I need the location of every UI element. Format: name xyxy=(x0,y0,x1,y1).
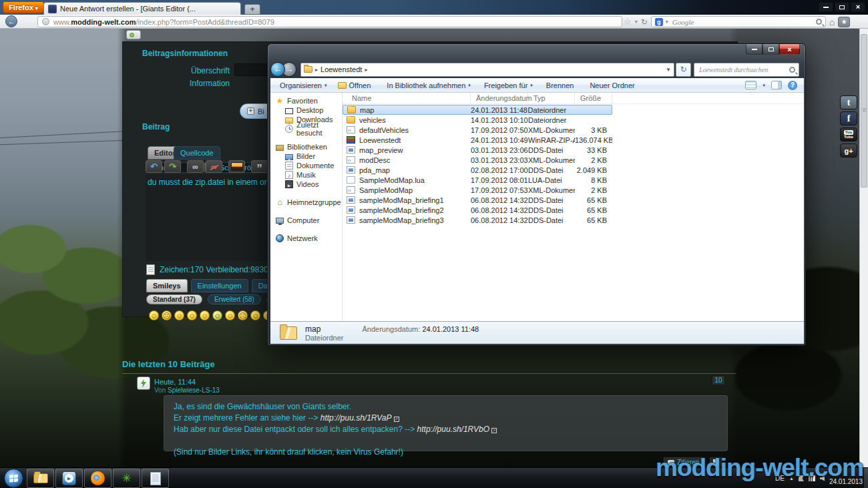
command-item[interactable]: Organisieren ▾ xyxy=(277,81,327,89)
command-item[interactable]: Freigeben für ▾ xyxy=(481,81,533,89)
sidebar-item[interactable]: Favoriten xyxy=(270,96,342,105)
link[interactable]: http://puu.sh/1RVbO xyxy=(417,425,490,434)
taskbar-firefox-button[interactable] xyxy=(84,469,112,488)
editor-toolbar-button[interactable] xyxy=(251,160,268,173)
avatar[interactable] xyxy=(137,377,150,390)
file-row[interactable]: vehicles 14.01.2013 10:10 Dateiordner xyxy=(343,115,612,125)
sidebar-item[interactable]: Computer xyxy=(270,216,342,225)
sidebar-item[interactable]: Musik xyxy=(270,170,342,180)
start-button[interactable] xyxy=(4,469,23,488)
file-row[interactable]: defaultVehicles 17.09.2012 07:50 XML-Dok… xyxy=(343,125,612,135)
editor-toolbar-button[interactable] xyxy=(206,160,222,173)
scrollbar-thumb[interactable] xyxy=(861,34,867,188)
command-item[interactable]: Öffnen xyxy=(338,81,374,89)
smiley-icon[interactable]: ☺ xyxy=(149,310,159,320)
file-row[interactable]: map_preview 03.01.2013 23:06 DDS-Datei 3… xyxy=(343,145,612,155)
sidebar-item[interactable]: Zuletzt besucht xyxy=(270,124,342,134)
breadcrumb[interactable]: ▸ Loewenstedt ▸ ▼ xyxy=(300,63,674,77)
sidebar-item[interactable]: Bilder xyxy=(270,152,342,161)
file-row[interactable]: sampleModMap_briefing3 06.08.2012 14:32 … xyxy=(343,215,612,225)
refresh-button[interactable]: ↻ xyxy=(676,63,691,77)
search-icon[interactable] xyxy=(816,19,822,25)
file-row[interactable]: sampleModMap_briefing2 06.08.2012 14:32 … xyxy=(343,205,612,215)
maximize-button[interactable] xyxy=(763,44,779,55)
chevron-down-icon[interactable]: ▾ xyxy=(666,19,668,25)
change-view-icon[interactable] xyxy=(745,81,756,89)
restore-button[interactable] xyxy=(835,2,849,12)
browser-tab[interactable]: Neue Antwort erstellen - [Giants Editor … xyxy=(43,2,241,15)
smiley-icon[interactable]: ☺ xyxy=(187,310,197,320)
file-row[interactable]: SampleModMap 17.09.2012 07:53 XML-Dokume… xyxy=(343,185,612,195)
column-header[interactable]: Größe xyxy=(575,93,612,103)
social-icon[interactable]: YouTube xyxy=(840,128,857,142)
bookmarks-button[interactable]: ★ xyxy=(838,17,850,27)
file-row[interactable]: sampleModMap_briefing1 06.08.2012 14:32 … xyxy=(343,195,612,205)
address-dropdown-icon[interactable]: ▼ xyxy=(666,67,671,73)
close-button[interactable]: × xyxy=(851,2,865,12)
sidebar-item[interactable]: Bibliotheken xyxy=(270,142,342,152)
file-row[interactable]: map 24.01.2013 11:48 Dateiordner xyxy=(343,105,612,115)
editor-toolbar-button[interactable] xyxy=(146,160,162,173)
smiley-icon[interactable]: ☹ xyxy=(238,310,248,320)
smiley-icon[interactable]: ☹ xyxy=(162,310,172,320)
tab-quellcode[interactable]: Quellcode xyxy=(174,146,220,160)
preview-pane-icon[interactable] xyxy=(771,81,782,89)
panel-tab[interactable]: Einstellungen xyxy=(191,279,248,292)
smiley-icon[interactable]: ☺ xyxy=(212,310,222,320)
social-icon[interactable]: t xyxy=(840,95,857,109)
author-link[interactable]: Spielwiese-LS-13 xyxy=(168,387,220,394)
reload-icon[interactable]: ↻ xyxy=(641,17,648,27)
column-header[interactable]: Name xyxy=(343,93,471,103)
editor-toolbar-button[interactable] xyxy=(164,160,181,173)
taskbar-mediaplayer-button[interactable] xyxy=(55,469,83,488)
smiley-icon[interactable]: ☺ xyxy=(200,310,210,320)
breadcrumb-folder[interactable]: Loewenstedt xyxy=(320,65,362,73)
minimize-button[interactable] xyxy=(819,2,833,12)
close-button[interactable]: × xyxy=(779,44,800,55)
sidebar-item[interactable]: Heimnetzgruppe xyxy=(270,198,342,207)
editor-toolbar-button[interactable] xyxy=(187,160,204,173)
chevron-down-icon[interactable]: ▾ xyxy=(763,83,765,88)
column-header[interactable]: Änderungsdatum xyxy=(471,93,528,103)
sidebar-item[interactable]: Dokumente xyxy=(270,161,342,170)
smiley-category[interactable]: Standard (37) xyxy=(146,294,202,304)
back-button[interactable]: ← xyxy=(5,15,17,27)
command-item[interactable]: Neuer Ordner xyxy=(587,81,637,89)
smiley-icon[interactable]: ☺ xyxy=(225,310,235,320)
firefox-menu-button[interactable]: Firefox▾ xyxy=(3,1,44,13)
back-button[interactable]: ← xyxy=(270,62,285,77)
home-icon[interactable]: ⌂ xyxy=(829,17,835,27)
help-icon[interactable]: ? xyxy=(788,81,797,90)
command-item[interactable]: Brennen xyxy=(544,81,577,89)
taskbar-explorer-button[interactable] xyxy=(27,469,54,488)
file-row[interactable]: SampleModMap.lua 17.09.2012 08:01 LUA-Da… xyxy=(343,175,612,185)
search-box[interactable]: g ▾ xyxy=(651,16,826,27)
explorer-search[interactable] xyxy=(694,63,799,77)
smiley-icon[interactable]: ☺ xyxy=(174,310,184,320)
bookmark-star-icon[interactable]: ☆ xyxy=(624,17,632,27)
taskbar-icq-button[interactable]: ✳ xyxy=(113,469,140,488)
taskbar-notepad-button[interactable] xyxy=(142,469,169,488)
post-count-badge[interactable]: 10 xyxy=(712,375,725,385)
editor-toolbar-button[interactable] xyxy=(228,160,245,173)
new-tab-button[interactable]: + xyxy=(244,4,260,15)
sidebar-item[interactable]: Netzwerk xyxy=(270,234,342,243)
file-row[interactable]: Loewenstedt 24.01.2013 10:49 WinRAR-ZIP-… xyxy=(343,135,612,145)
link[interactable]: http://puu.sh/1RVaP xyxy=(320,413,392,423)
show-desktop-button[interactable] xyxy=(863,468,868,488)
panel-tab[interactable]: Smileys xyxy=(146,279,188,292)
minimize-button[interactable] xyxy=(746,44,763,55)
url-bar[interactable]: www.modding-welt.com/index.php?form=Post… xyxy=(37,16,622,27)
sidebar-item[interactable]: Videos xyxy=(270,180,342,189)
search-input[interactable] xyxy=(671,17,813,27)
chevron-down-icon[interactable]: ▾ xyxy=(635,19,638,25)
social-icon[interactable]: f xyxy=(840,111,857,126)
page-scrollbar[interactable] xyxy=(859,29,868,467)
command-item[interactable]: In Bibliothek aufnehmen ▾ xyxy=(384,81,471,89)
column-header[interactable]: Typ xyxy=(528,93,575,103)
sidebar-item[interactable]: Desktop xyxy=(270,105,342,115)
explorer-search-input[interactable] xyxy=(698,65,787,74)
smiley-category[interactable]: Erweitert (58) xyxy=(208,294,261,304)
file-row[interactable]: pda_map 02.08.2012 17:00 DDS-Datei 2.049… xyxy=(343,165,612,175)
social-icon[interactable]: g+ xyxy=(840,144,857,158)
